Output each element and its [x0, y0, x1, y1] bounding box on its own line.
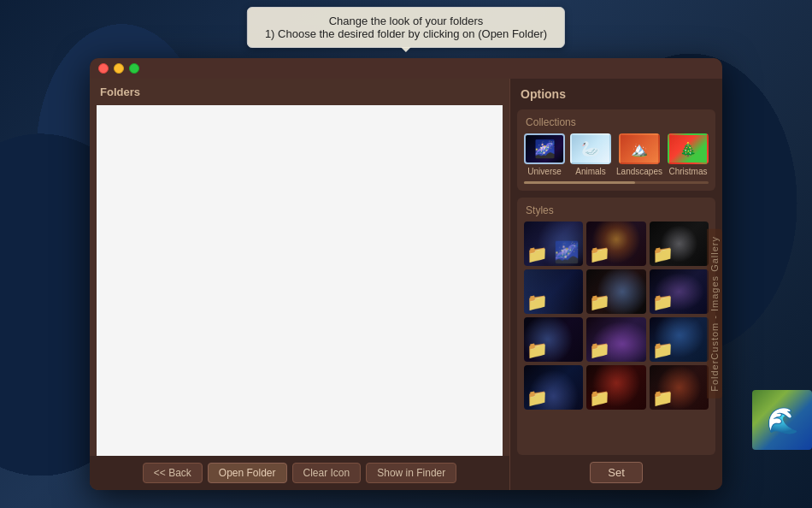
app-window: Folders << Back Open Folder Clear Icon S… [90, 58, 722, 490]
folder-icon-8: 📁 [589, 340, 610, 360]
collection-universe-label: Universe [527, 167, 561, 176]
left-panel: Folders << Back Open Folder Clear Icon S… [90, 79, 510, 490]
collection-landscapes-label: Landscapes [616, 167, 662, 176]
folder-icon-11: 📁 [589, 387, 610, 408]
styles-section: Styles 📁 📁 📁 📁 📁 [517, 198, 715, 455]
show-in-finder-button[interactable]: Show in Finder [366, 463, 456, 483]
collection-universe[interactable]: Universe [524, 133, 565, 176]
tooltip-line2: 1) Choose the desired folder by clicking… [265, 27, 547, 40]
collection-animals-thumb [570, 133, 611, 164]
clear-icon-button[interactable]: Clear Icon [292, 463, 362, 483]
folder-icon-4: 📁 [527, 292, 548, 312]
collection-animals-label: Animals [575, 167, 606, 176]
collection-universe-thumb [524, 133, 565, 164]
maximize-button[interactable] [129, 63, 139, 74]
collections-row: Universe Animals Landscapes Christmas [524, 133, 709, 176]
style-item-1[interactable]: 📁 [524, 222, 583, 266]
styles-label: Styles [524, 204, 709, 216]
folders-header: Folders [90, 79, 509, 105]
open-folder-button[interactable]: Open Folder [208, 463, 287, 483]
folder-icon-9: 📁 [652, 340, 674, 360]
style-item-4[interactable]: 📁 [524, 269, 583, 314]
folder-icon-6: 📁 [652, 292, 674, 312]
style-item-9[interactable]: 📁 [650, 317, 709, 362]
style-item-12[interactable]: 📁 [650, 365, 709, 410]
folder-icon-2: 📁 [589, 244, 610, 264]
collection-christmas[interactable]: Christmas [668, 133, 709, 176]
styles-grid: 📁 📁 📁 📁 📁 📁 [524, 222, 709, 410]
folder-icon-3: 📁 [652, 244, 674, 264]
set-button[interactable]: Set [590, 462, 643, 483]
folder-icon-10: 📁 [527, 387, 548, 408]
style-item-3[interactable]: 📁 [650, 222, 709, 266]
collection-christmas-thumb [668, 133, 709, 164]
collections-label: Collections [524, 116, 709, 128]
folder-icon-12: 📁 [652, 387, 674, 408]
folder-icon-7: 📁 [527, 340, 548, 360]
style-item-2[interactable]: 📁 [586, 222, 645, 266]
collection-christmas-label: Christmas [668, 167, 707, 176]
collection-landscapes-thumb [619, 133, 660, 164]
style-item-5[interactable]: 📁 [586, 269, 645, 314]
set-btn-container: Set [517, 462, 715, 483]
style-item-8[interactable]: 📁 [586, 317, 645, 362]
back-button[interactable]: << Back [143, 463, 203, 483]
options-header: Options [517, 86, 715, 103]
preview-image [752, 390, 812, 450]
window-content: Folders << Back Open Folder Clear Icon S… [90, 79, 722, 490]
folder-icon-1: 📁 [527, 244, 548, 264]
folders-list[interactable] [97, 105, 503, 456]
style-item-7[interactable]: 📁 [524, 317, 583, 362]
title-bar [90, 58, 722, 79]
minimize-button[interactable] [114, 63, 124, 74]
style-item-11[interactable]: 📁 [586, 365, 645, 410]
collections-section: Collections Universe Animals Landscapes [517, 109, 715, 191]
style-item-10[interactable]: 📁 [524, 365, 583, 410]
close-button[interactable] [98, 63, 109, 74]
bottom-toolbar: << Back Open Folder Clear Icon Show in F… [90, 456, 509, 490]
collection-animals[interactable]: Animals [570, 133, 611, 176]
tooltip-banner: Change the look of your folders 1) Choos… [247, 7, 565, 48]
side-label: FolderCustom - Images Gallery [707, 229, 722, 399]
collection-landscapes[interactable]: Landscapes [616, 133, 662, 176]
folder-icon-5: 📁 [589, 292, 610, 312]
tooltip-line1: Change the look of your folders [265, 15, 547, 27]
right-panel: Options Collections Universe Animals L [510, 79, 722, 490]
style-item-6[interactable]: 📁 [650, 269, 709, 314]
collections-scroll [524, 181, 709, 184]
